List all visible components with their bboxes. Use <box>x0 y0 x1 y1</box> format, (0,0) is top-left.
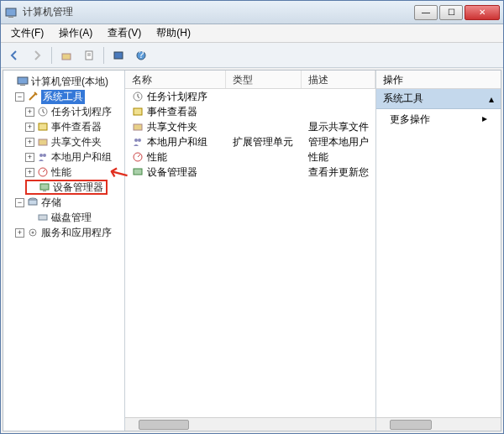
maximize-button[interactable]: ☐ <box>439 5 463 20</box>
expand-icon[interactable]: + <box>25 153 34 162</box>
tree-task-scheduler[interactable]: + 任务计划程序 <box>5 104 123 119</box>
svg-rect-13 <box>39 139 47 145</box>
cell-desc: 查看并更新您 <box>302 165 375 180</box>
forward-button[interactable] <box>27 45 47 65</box>
list-row[interactable]: 任务计划程序 <box>125 89 375 104</box>
menu-action[interactable]: 操作(A) <box>52 24 99 42</box>
row-icon <box>132 121 144 133</box>
svg-text:?: ? <box>139 50 144 60</box>
collapse-icon[interactable]: − <box>15 92 24 102</box>
chevron-up-icon: ▴ <box>489 93 494 105</box>
expand-icon[interactable]: + <box>25 168 34 177</box>
expand-icon[interactable]: + <box>15 228 24 238</box>
tree-label: 磁盘管理 <box>51 211 92 225</box>
computer-icon <box>17 76 29 87</box>
cell-desc: 性能 <box>302 150 375 165</box>
svg-rect-17 <box>40 184 49 190</box>
close-button[interactable]: ✕ <box>465 5 500 20</box>
storage-icon <box>27 196 39 208</box>
svg-rect-25 <box>134 108 142 115</box>
toolbar: ? <box>1 43 503 68</box>
back-button[interactable] <box>4 45 24 65</box>
chevron-right-icon: ▸ <box>482 112 487 124</box>
tree-label: 设备管理器 <box>53 180 103 195</box>
expand-icon[interactable]: + <box>25 107 34 117</box>
properties-button[interactable] <box>79 45 99 65</box>
collapse-icon[interactable]: − <box>15 198 24 207</box>
list-row[interactable]: 设备管理器查看并更新您 <box>125 165 375 180</box>
svg-point-28 <box>138 139 141 142</box>
tree-label: 存储 <box>41 196 61 210</box>
toolbar-separator <box>51 47 52 64</box>
svg-rect-0 <box>6 8 16 16</box>
menubar: 文件(F) 操作(A) 查看(V) 帮助(H) <box>1 24 503 43</box>
actions-panel: 操作 系统工具 ▴ 更多操作 ▸ <box>376 71 501 431</box>
svg-rect-30 <box>134 169 142 175</box>
up-button[interactable] <box>56 45 76 65</box>
tree-local-users[interactable]: + 本地用户和组 <box>5 149 123 165</box>
svg-rect-18 <box>43 191 46 191</box>
actions-section-label: 系统工具 <box>383 92 423 106</box>
tree-label: 本地用户和组 <box>51 150 112 165</box>
tree-performance[interactable]: + 性能 <box>5 165 123 180</box>
svg-rect-9 <box>18 77 28 84</box>
users-icon <box>37 151 49 163</box>
svg-point-15 <box>43 154 46 157</box>
window-title: 计算机管理 <box>23 5 414 19</box>
tree-panel[interactable]: 计算机管理(本地) − 系统工具 + 任务计划程序 + 事件查看器 + 共享文件… <box>3 71 125 431</box>
refresh-button[interactable] <box>108 45 129 65</box>
list-row[interactable]: 共享文件夹显示共享文件 <box>125 119 375 134</box>
menu-view[interactable]: 查看(V) <box>101 24 148 42</box>
tree-disk-mgmt[interactable]: 磁盘管理 <box>5 210 123 225</box>
tree-label: 系统工具 <box>41 90 85 104</box>
tree-label: 性能 <box>51 165 71 180</box>
tree-system-tools[interactable]: − 系统工具 <box>5 89 123 104</box>
disk-icon <box>37 212 49 223</box>
horizontal-scrollbar[interactable] <box>125 417 375 431</box>
folder-shared-icon <box>37 136 49 148</box>
svg-point-27 <box>134 139 138 142</box>
list-row[interactable]: 事件查看器 <box>125 104 375 119</box>
horizontal-scrollbar[interactable] <box>376 417 501 431</box>
list-panel: 名称 类型 描述 任务计划程序事件查看器共享文件夹显示共享文件本地用户和组扩展管… <box>125 71 376 431</box>
menu-help[interactable]: 帮助(H) <box>150 24 197 42</box>
cell-name: 事件查看器 <box>147 105 197 119</box>
expand-icon[interactable]: + <box>25 123 34 132</box>
tree-device-manager[interactable]: 设备管理器 <box>5 180 123 195</box>
column-type[interactable]: 类型 <box>226 71 302 88</box>
svg-rect-10 <box>20 85 25 86</box>
list-body[interactable]: 任务计划程序事件查看器共享文件夹显示共享文件本地用户和组扩展管理单元管理本地用户… <box>125 89 375 431</box>
tree-root[interactable]: 计算机管理(本地) <box>5 74 123 89</box>
svg-rect-1 <box>8 17 13 18</box>
svg-rect-12 <box>39 123 47 130</box>
cell-name: 设备管理器 <box>147 165 197 180</box>
highlight-box: 设备管理器 <box>25 180 108 195</box>
cell-name: 本地用户和组 <box>147 135 207 149</box>
list-header: 名称 类型 描述 <box>125 71 375 89</box>
event-icon <box>37 121 49 133</box>
tree-event-viewer[interactable]: + 事件查看器 <box>5 119 123 134</box>
column-name[interactable]: 名称 <box>125 71 226 88</box>
cell-name: 任务计划程序 <box>147 90 207 104</box>
menu-file[interactable]: 文件(F) <box>4 24 50 42</box>
row-icon <box>132 151 144 163</box>
tree-label: 任务计划程序 <box>51 105 112 119</box>
tree-services[interactable]: + 服务和应用程序 <box>5 225 123 240</box>
svg-point-23 <box>32 232 34 234</box>
action-more[interactable]: 更多操作 ▸ <box>376 109 501 130</box>
help-button[interactable]: ? <box>131 45 151 65</box>
svg-rect-26 <box>134 124 142 130</box>
column-desc[interactable]: 描述 <box>302 71 375 88</box>
actions-header: 操作 <box>376 71 501 89</box>
list-row[interactable]: 性能性能 <box>125 149 375 165</box>
actions-section[interactable]: 系统工具 ▴ <box>376 89 501 109</box>
row-icon <box>132 91 144 102</box>
tree-shared-folders[interactable]: + 共享文件夹 <box>5 134 123 149</box>
minimize-button[interactable]: — <box>414 5 438 20</box>
perf-icon <box>37 166 49 178</box>
list-row[interactable]: 本地用户和组扩展管理单元管理本地用户 <box>125 134 375 149</box>
expand-icon[interactable]: + <box>25 138 34 147</box>
tree-storage[interactable]: − 存储 <box>5 195 123 210</box>
cell-name: 共享文件夹 <box>147 120 197 134</box>
svg-rect-6 <box>114 52 123 59</box>
